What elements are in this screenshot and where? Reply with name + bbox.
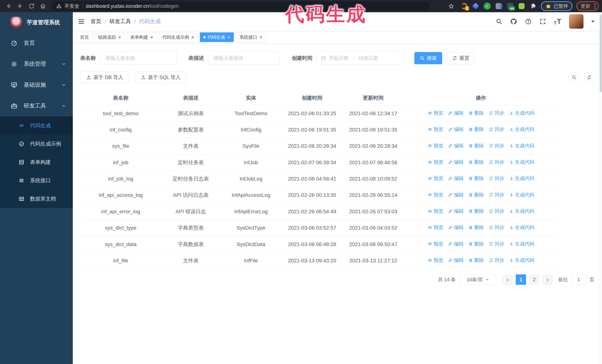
tab-首页[interactable]: 首页 [76,32,92,42]
github-icon[interactable] [510,18,517,25]
tab-系统接口[interactable]: 系统接口× [236,32,266,42]
action-generate-code[interactable]: 生成代码 [509,224,534,231]
extension-icon-orange[interactable]: 1 [461,2,468,10]
action-edit[interactable]: 编辑 [448,224,464,231]
action-generate-code[interactable]: 生成代码 [509,175,534,182]
action-edit[interactable]: 编辑 [448,159,464,165]
action-preview[interactable]: 预览 [428,175,443,182]
tab-表单构建[interactable]: 表单构建× [127,32,157,42]
browser-forward-icon[interactable] [15,1,25,11]
action-preview[interactable]: 预览 [428,257,443,263]
sidebar-item-dev-tools[interactable]: 研发工具 [0,95,73,116]
action-delete[interactable]: 删除 [468,143,484,149]
avatar[interactable] [569,14,583,29]
action-edit[interactable]: 编辑 [448,110,464,116]
profile-paused-badge[interactable]: ☻ 已暂停 [541,1,572,11]
action-sync[interactable]: 同步 [489,257,504,263]
action-sync[interactable]: 同步 [489,208,504,214]
sidebar-item-infrastructure[interactable]: 基础设施 [0,74,73,95]
sidebar-logo-row[interactable]: 芋道管理系统 [0,12,73,32]
action-delete[interactable]: 删除 [468,159,484,165]
action-delete[interactable]: 删除 [468,241,484,247]
extension-icon-green-figure[interactable] [518,2,525,10]
action-edit[interactable]: 编辑 [448,143,464,149]
header-search-icon[interactable] [496,18,502,25]
sidebar-item-system-management[interactable]: 系统管理 [0,53,73,74]
action-delete[interactable]: 删除 [468,175,484,182]
action-sync[interactable]: 同步 [489,224,504,231]
action-generate-code[interactable]: 生成代码 [509,208,534,214]
avatar-caret-down-icon[interactable] [591,21,595,23]
action-preview[interactable]: 预览 [428,224,443,231]
action-generate-code[interactable]: 生成代码 [509,192,534,198]
sidebar-item-codegen-example[interactable]: 代码生成示例 [0,135,73,153]
action-sync[interactable]: 同步 [489,143,504,149]
tab-代码生成[interactable]: 代码生成× [200,32,234,42]
scrollbar-thumb[interactable] [600,14,602,92]
tab-close-icon[interactable]: × [259,35,262,40]
sidebar-item-codegen[interactable]: 代码生成 [0,116,73,135]
refresh-table-icon-button[interactable] [584,72,595,83]
action-preview[interactable]: 预览 [428,126,443,133]
action-generate-code[interactable]: 生成代码 [509,110,534,116]
sidebar-item-db-doc[interactable]: 数据库文档 [0,190,73,208]
help-icon[interactable] [525,18,532,25]
extension-icon-dark-on[interactable]: on [506,2,514,10]
tab-close-icon[interactable]: × [150,35,153,40]
breadcrumb-item[interactable]: 研发工具 [109,18,131,25]
browser-home-icon[interactable] [38,1,48,11]
action-generate-code[interactable]: 生成代码 [509,159,534,165]
fullscreen-icon[interactable] [539,18,546,25]
sidebar-item-system-api[interactable]: 系统接口 [0,171,73,190]
tab-close-icon[interactable]: × [227,35,230,40]
extension-icon-green-check[interactable]: ✓ [484,2,491,10]
tab-代码生成示例[interactable]: 代码生成示例× [159,32,197,42]
action-delete[interactable]: 删除 [468,192,484,198]
table-name-input[interactable] [100,52,177,65]
action-generate-code[interactable]: 生成代码 [509,143,534,149]
action-edit[interactable]: 编辑 [448,257,464,263]
reset-button[interactable]: 重置 [447,52,474,64]
action-sync[interactable]: 同步 [489,110,504,116]
action-preview[interactable]: 预览 [428,208,443,214]
date-start-placeholder[interactable]: 开始日期 [329,55,348,62]
action-edit[interactable]: 编辑 [448,192,464,198]
font-size-icon[interactable]: TT [554,18,561,26]
import-sql-button[interactable]: 基于 SQL 导入 [135,72,187,83]
page-button-1[interactable]: 1 [516,274,526,285]
action-delete[interactable]: 删除 [468,208,484,214]
action-edit[interactable]: 编辑 [448,208,464,214]
table-desc-input[interactable] [208,52,280,65]
bookmark-star-icon[interactable] [446,1,456,11]
tab-close-icon[interactable]: × [191,35,194,40]
sidebar-item-home[interactable]: 首页 [0,32,73,53]
action-delete[interactable]: 删除 [468,257,484,263]
search-button[interactable]: 搜索 [414,52,442,64]
hamburger-icon[interactable] [78,18,85,25]
goto-page-input[interactable] [571,274,586,285]
next-page-button[interactable]: › [542,274,553,285]
import-db-button[interactable]: 基于 DB 导入 [80,72,129,83]
date-end-placeholder[interactable]: 结束日期 [359,55,378,62]
extensions-puzzle-icon[interactable] [529,2,537,10]
action-preview[interactable]: 预览 [428,159,443,165]
action-delete[interactable]: 删除 [468,126,484,133]
action-edit[interactable]: 编辑 [448,175,464,182]
sidebar-item-form-builder[interactable]: 表单构建 [0,153,73,171]
browser-menu-kebab-icon[interactable] [594,3,595,9]
action-delete[interactable]: 删除 [468,110,484,116]
action-generate-code[interactable]: 生成代码 [509,241,534,247]
tab-链路追踪[interactable]: 链路追踪× [95,32,124,42]
browser-reload-icon[interactable] [26,1,37,11]
browser-back-icon[interactable] [3,1,14,11]
action-sync[interactable]: 同步 [489,126,504,133]
prev-page-button[interactable]: ‹ [502,274,513,285]
action-preview[interactable]: 预览 [428,110,443,116]
action-sync[interactable]: 同步 [489,159,504,165]
action-preview[interactable]: 预览 [428,143,443,149]
tab-close-icon[interactable]: × [118,35,121,40]
action-generate-code[interactable]: 生成代码 [509,257,534,263]
extension-icon-grid[interactable] [495,2,502,10]
action-edit[interactable]: 编辑 [448,126,464,133]
page-size-select[interactable]: 10条/页 [459,274,496,285]
